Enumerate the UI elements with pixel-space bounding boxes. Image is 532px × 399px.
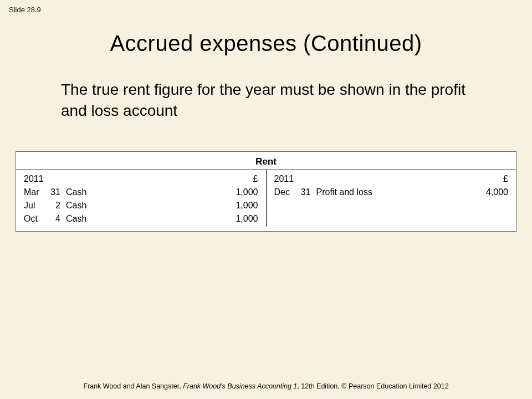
ledger-heading: Rent [16, 155, 516, 170]
footer-book-title: Frank Wood's Business Accounting 1 [183, 382, 297, 390]
entry-month: Jul [24, 199, 46, 212]
entry-day: 4 [46, 212, 66, 226]
entry-day: 2 [46, 199, 66, 212]
ledger-year: 2011 [274, 172, 313, 186]
footer-rest: , 12th Edition, © Pearson Education Limi… [297, 382, 448, 390]
entry-desc: Cash [66, 212, 214, 226]
currency-symbol: £ [253, 172, 258, 186]
entry-month: Oct [24, 212, 46, 226]
entry-day: 31 [46, 186, 66, 199]
entry-desc: Profit and loss [316, 186, 464, 199]
ledger-debit-side: 2011 £ Mar 31 Cash 1,000 Jul 2 Cash 1,00… [16, 170, 267, 227]
entry-amount: 1,000 [214, 199, 258, 212]
ledger-credit-side: 2011 £ Dec 31 Profit and loss 4,000 [267, 170, 516, 227]
page-title: Accrued expenses (Continued) [0, 31, 532, 56]
body-text: The true rent figure for the year must b… [61, 79, 471, 121]
entry-desc: Cash [66, 199, 214, 212]
slide-number: Slide 28.9 [9, 6, 41, 14]
entry-day: 31 [296, 186, 316, 199]
entry-month: Mar [24, 186, 46, 199]
ledger-body: 2011 £ Mar 31 Cash 1,000 Jul 2 Cash 1,00… [16, 170, 516, 227]
entry-amount: 1,000 [214, 186, 258, 199]
entry-desc: Cash [66, 186, 214, 199]
entry-amount: 4,000 [464, 186, 508, 199]
ledger-entry: Dec 31 Profit and loss 4,000 [274, 186, 509, 199]
ledger-entry: Jul 2 Cash 1,000 [24, 199, 258, 212]
footer-authors: Frank Wood and Alan Sangster, [83, 382, 183, 390]
footer-citation: Frank Wood and Alan Sangster, Frank Wood… [0, 382, 532, 390]
currency-symbol: £ [503, 172, 508, 186]
ledger-entry: Mar 31 Cash 1,000 [24, 186, 258, 199]
ledger-year: 2011 [24, 172, 63, 186]
entry-month: Dec [274, 186, 296, 199]
entry-amount: 1,000 [214, 212, 258, 226]
ledger-account: Rent 2011 £ Mar 31 Cash 1,000 Jul 2 Cash… [16, 151, 516, 232]
ledger-entry: Oct 4 Cash 1,000 [24, 212, 258, 226]
